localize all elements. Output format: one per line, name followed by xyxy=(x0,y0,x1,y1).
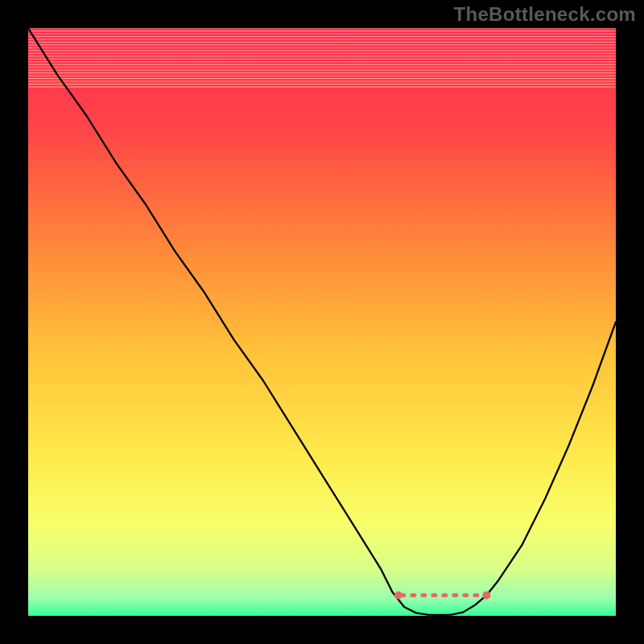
bottleneck-plot xyxy=(28,28,616,616)
watermark-text: TheBottleneck.com xyxy=(454,3,636,26)
range-end-dot xyxy=(482,591,490,599)
chart-svg xyxy=(28,28,616,616)
chart-frame: TheBottleneck.com xyxy=(0,0,644,644)
gradient-background xyxy=(28,28,616,616)
